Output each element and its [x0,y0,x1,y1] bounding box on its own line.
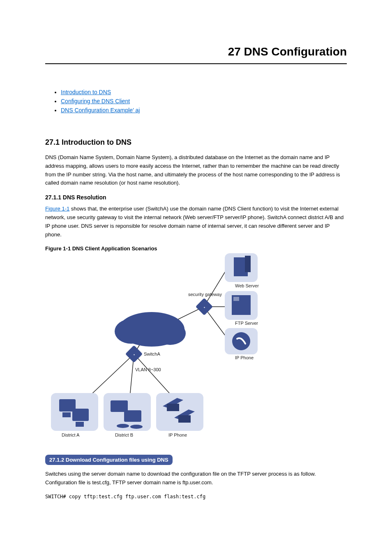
svg-point-2 [154,322,186,345]
switcha-label: SwitchA [144,352,160,356]
security-gateway-label: security gateway [188,292,222,297]
toc-item: DNS Configuration Example’ aj [61,107,347,113]
download-heading-box: 27.1.2 Download Configuration files usin… [45,455,173,465]
district-b-label: District B [115,432,133,437]
internet-cloud-icon [115,312,186,347]
download-paragraph: Switches using the server domain name to… [45,470,347,487]
svg-rect-19 [76,422,84,427]
web-server-icon [225,253,258,282]
ftp-server-icon [225,291,258,320]
svg-rect-9 [245,256,251,272]
svg-text:✦: ✦ [203,306,205,309]
toc-link-example[interactable]: DNS Configuration Example’ aj [61,107,140,113]
svg-rect-18 [72,409,89,421]
figure-ref-link[interactable]: Figure 1-1 [45,206,69,212]
svg-point-1 [115,319,148,344]
ip-phone-right-label: IP Phone [235,355,254,360]
intro-paragraph: DNS (Domain Name System, Domain Name Sys… [45,153,347,187]
ip-phone-bottom-icon [156,393,203,431]
svg-text:✦: ✦ [133,354,135,356]
web-server-label: Web Server [235,283,259,288]
toc-item: Introduction to DNS [61,89,347,95]
section-intro-heading: 27.1 Introduction to DNS [45,138,347,147]
svg-rect-17 [62,412,71,417]
ip-phone-bottom-label: IP Phone [168,432,187,437]
network-diagram: ✦ ✦ [47,253,269,442]
subsection-dns-resolution: 27.1.1 DNS Resolution [45,194,347,201]
ftp-server-label: FTP Server [235,321,258,326]
toc-link-configure[interactable]: Configuring the DNS Client [61,98,130,104]
svg-rect-25 [156,393,203,431]
svg-rect-12 [233,297,239,301]
toc-link-intro[interactable]: Introduction to DNS [61,89,111,95]
resolution-paragraph-text: shows that, the enterprise user (SwitchA… [45,206,344,237]
security-gateway-icon: ✦ [196,298,213,315]
toc-list: Introduction to DNS Configuring the DNS … [53,89,347,113]
svg-rect-26 [167,404,179,411]
district-a-label: District A [62,432,79,437]
toc-item: Configuring the DNS Client [61,98,347,104]
vlan-label: VLAN 8~300 [135,367,161,372]
resolution-paragraph: Figure 1-1 shows that, the enterprise us… [45,205,347,239]
ip-phone-right-icon [225,328,258,354]
district-a-icon [51,393,98,431]
svg-rect-21 [111,400,128,412]
svg-rect-27 [178,415,191,423]
chapter-title: 27 DNS Configuration [45,45,347,64]
svg-point-14 [232,332,250,350]
district-b-icon [104,393,151,431]
svg-rect-22 [124,410,141,422]
download-heading: 27.1.2 Download Configuration files usin… [47,456,171,464]
svg-point-24 [130,425,143,429]
figure-caption: Figure 1-1 DNS Client Application Scenar… [45,245,347,252]
diagram-svg: ✦ ✦ [47,253,269,442]
download-command: SWITCH# copy tftp:test.cfg ftp.user.com … [45,494,347,500]
svg-point-23 [117,424,129,428]
